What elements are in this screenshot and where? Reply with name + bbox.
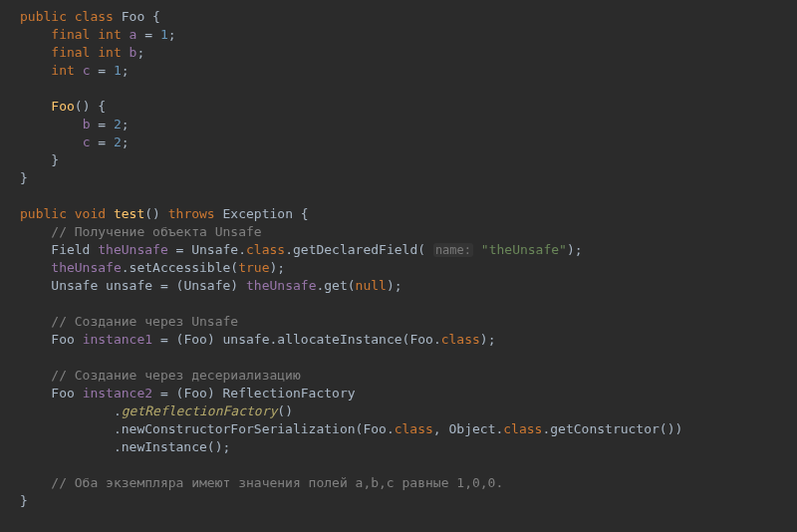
comment: // Получение объекта Unsafe <box>51 224 261 239</box>
comment: // Создание через Unsafe <box>51 314 238 329</box>
code-line: public void test() throws Exception { <box>20 205 797 223</box>
code-line: theUnsafe.setAccessible(true); <box>20 259 797 277</box>
var-theunsafe: theUnsafe <box>98 242 167 257</box>
var-instance1: instance1 <box>83 332 152 347</box>
code-line: } <box>20 492 797 510</box>
code-line <box>20 80 797 98</box>
code-line <box>20 187 797 205</box>
code-line: // Создание через десериализацию <box>20 367 797 385</box>
code-line: final int b; <box>20 44 797 62</box>
code-line <box>20 456 797 474</box>
code-line <box>20 295 797 313</box>
param-hint: name: <box>433 243 473 257</box>
var-instance2: instance2 <box>83 386 152 400</box>
code-editor[interactable]: public class Foo { final int a = 1; fina… <box>0 0 797 510</box>
code-line: } <box>20 151 797 169</box>
code-line: .getReflectionFactory() <box>20 402 797 420</box>
code-line: Foo() { <box>20 98 797 116</box>
keyword-class: class <box>75 9 114 24</box>
code-line: c = 2; <box>20 133 797 151</box>
code-line: } <box>20 169 797 187</box>
code-line: int c = 1; <box>20 62 797 80</box>
string-literal: "theUnsafe" <box>481 242 567 257</box>
code-line: .newInstance(); <box>20 438 797 456</box>
type-foo: Foo <box>122 9 144 24</box>
code-line: Foo instance2 = (Foo) ReflectionFactory <box>20 385 797 402</box>
code-line: Field theUnsafe = Unsafe.class.getDeclar… <box>20 241 797 259</box>
code-line: b = 2; <box>20 116 797 133</box>
code-line: public class Foo { <box>20 8 797 26</box>
code-line: final int a = 1; <box>20 26 797 44</box>
comment: // Оба экземпляра имеют значения полей a… <box>51 475 503 490</box>
keyword-public: public <box>20 9 67 24</box>
code-line: // Получение объекта Unsafe <box>20 223 797 241</box>
method-test: test <box>114 206 144 221</box>
code-line: // Оба экземпляра имеют значения полей a… <box>20 474 797 492</box>
code-line: .newConstructorForSerialization(Foo.clas… <box>20 420 797 438</box>
comment: // Создание через десериализацию <box>51 368 300 383</box>
code-line: Unsafe unsafe = (Unsafe) theUnsafe.get(n… <box>20 277 797 295</box>
code-line <box>20 349 797 367</box>
code-line: Foo instance1 = (Foo) unsafe.allocateIns… <box>20 331 797 349</box>
code-line: // Создание через Unsafe <box>20 313 797 331</box>
constructor-foo: Foo <box>51 99 74 114</box>
